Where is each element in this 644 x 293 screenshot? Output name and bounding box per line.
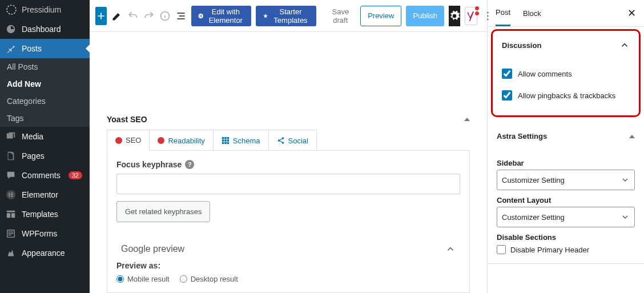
nav-media[interactable]: Media: [0, 127, 90, 146]
star-icon: [263, 11, 268, 21]
allow-comments-checkbox[interactable]: Allow comments: [502, 63, 630, 85]
add-block-button[interactable]: [95, 7, 107, 25]
allow-pingbacks-checkbox[interactable]: Allow pingbacks & trackbacks: [502, 85, 630, 106]
svg-rect-22: [222, 139, 224, 142]
settings-toggle-button[interactable]: [449, 6, 460, 26]
pencil-icon: [111, 10, 123, 22]
svg-rect-26: [224, 142, 227, 145]
yoast-tab-seo[interactable]: SEO: [107, 130, 150, 151]
svg-rect-8: [9, 233, 14, 234]
site-brand[interactable]: Pressidium: [0, 0, 90, 19]
redo-icon: [143, 10, 155, 22]
astra-sidebar-select[interactable]: Customizer Setting: [497, 170, 635, 190]
discussion-title: Discussion: [502, 41, 541, 50]
nav-posts-label: Posts: [22, 44, 42, 53]
nav-appearance-label: Appearance: [22, 248, 65, 258]
svg-rect-23: [224, 139, 227, 142]
nav-comments[interactable]: Comments 32: [0, 166, 90, 185]
yoast-toolbar-button[interactable]: [465, 7, 477, 25]
svg-rect-27: [227, 142, 229, 145]
nav-wpforms[interactable]: WPForms: [0, 224, 90, 243]
close-settings-button[interactable]: ✕: [627, 8, 636, 18]
yoast-tab-schema[interactable]: Schema: [214, 130, 269, 151]
brand-icon: [6, 4, 17, 15]
nav-elementor[interactable]: Elementor: [0, 185, 90, 204]
collapse-icon: [464, 118, 470, 121]
focus-keyphrase-input[interactable]: [116, 174, 460, 194]
svg-rect-3: [11, 192, 13, 194]
nav-appearance[interactable]: Appearance: [0, 243, 90, 263]
comments-count-badge: 32: [69, 171, 82, 179]
yoast-tab-readability[interactable]: Readability: [150, 130, 213, 151]
subnav-all-posts[interactable]: All Posts: [0, 58, 90, 75]
svg-rect-12: [200, 15, 200, 17]
svg-rect-2: [9, 192, 10, 196]
mobile-result-radio[interactable]: Mobile result: [116, 275, 170, 283]
nav-comments-label: Comments: [22, 171, 61, 180]
svg-point-28: [281, 137, 284, 139]
share-icon: [277, 137, 285, 145]
yoast-seo-panel: Yoast SEO SEO Readability Schema: [107, 109, 470, 293]
info-button[interactable]: [159, 7, 171, 25]
desktop-result-radio[interactable]: Desktop result: [180, 275, 238, 283]
related-keyphrases-button[interactable]: Get related keyphrases: [116, 201, 210, 222]
pages-icon: [6, 151, 16, 161]
yoast-tab-social-label: Social: [288, 137, 308, 145]
tab-post[interactable]: Post: [496, 0, 510, 26]
yoast-tab-social[interactable]: Social: [269, 130, 316, 151]
tab-block[interactable]: Block: [523, 0, 541, 26]
nav-pages[interactable]: Pages: [0, 146, 90, 166]
pin-icon: [6, 43, 16, 54]
subnav-add-new[interactable]: Add New: [0, 75, 90, 93]
preview-mode-radios: Mobile result Desktop result: [116, 275, 460, 283]
svg-rect-24: [227, 139, 229, 142]
astra-layout-select[interactable]: Customizer Setting: [497, 207, 635, 227]
discussion-section-body: Allow comments Allow pingbacks & trackba…: [493, 59, 639, 115]
nav-posts[interactable]: Posts: [0, 39, 90, 58]
disable-primary-header-checkbox[interactable]: Disable Primary Header: [497, 245, 635, 254]
subnav-categories[interactable]: Categories: [0, 93, 90, 110]
google-preview-toggle[interactable]: Google preview: [116, 237, 460, 261]
astra-sidebar-label: Sidebar: [497, 159, 635, 167]
editor-toolbar: Edit with Elementor Starter Templates Sa…: [90, 0, 487, 32]
preview-button[interactable]: Preview: [360, 6, 401, 26]
save-draft-button[interactable]: Save draft: [325, 6, 356, 26]
editor-canvas: Edit with Elementor Starter Templates Sa…: [90, 0, 487, 293]
edit-elementor-button[interactable]: Edit with Elementor: [191, 6, 251, 26]
edit-mode-button[interactable]: [111, 7, 123, 25]
astra-section-toggle[interactable]: Astra Settings: [488, 123, 644, 150]
svg-rect-4: [11, 194, 13, 195]
discussion-section-toggle[interactable]: Discussion: [493, 31, 639, 59]
redo-button: [143, 7, 155, 25]
appearance-icon: [6, 248, 16, 258]
help-icon[interactable]: ?: [185, 160, 194, 169]
starter-templates-button[interactable]: Starter Templates: [256, 6, 316, 26]
svg-rect-13: [201, 15, 202, 15]
undo-button: [127, 7, 139, 25]
svg-rect-7: [9, 231, 14, 232]
publish-button[interactable]: Publish: [406, 6, 444, 26]
gear-icon: [449, 10, 460, 22]
settings-tabs: Post Block ✕: [488, 0, 644, 27]
astra-layout-label: Content Layout: [497, 196, 635, 204]
nav-dashboard[interactable]: Dashboard: [0, 19, 90, 39]
nav-media-label: Media: [22, 132, 43, 141]
settings-scroll: Discussion Allow comments Allow pingback…: [488, 27, 644, 293]
nav-templates[interactable]: Templates: [0, 204, 90, 224]
subnav-tags[interactable]: Tags: [0, 110, 90, 127]
templates-icon: [6, 209, 16, 219]
svg-rect-19: [222, 137, 224, 139]
astra-section-body: Sidebar Customizer Setting Content Layou…: [488, 150, 644, 263]
outline-icon: [175, 10, 187, 22]
starter-templates-label: Starter Templates: [272, 7, 309, 25]
nav-elementor-label: Elementor: [22, 190, 58, 199]
chevron-down-icon: [621, 212, 630, 222]
svg-rect-14: [201, 15, 202, 16]
yoast-panel-header[interactable]: Yoast SEO: [107, 109, 470, 130]
svg-rect-9: [9, 235, 11, 235]
chevron-down-icon: [621, 175, 630, 184]
outline-button[interactable]: [175, 7, 187, 25]
undo-icon: [127, 10, 139, 22]
dashboard-icon: [6, 24, 16, 34]
nav-dashboard-label: Dashboard: [22, 25, 61, 34]
